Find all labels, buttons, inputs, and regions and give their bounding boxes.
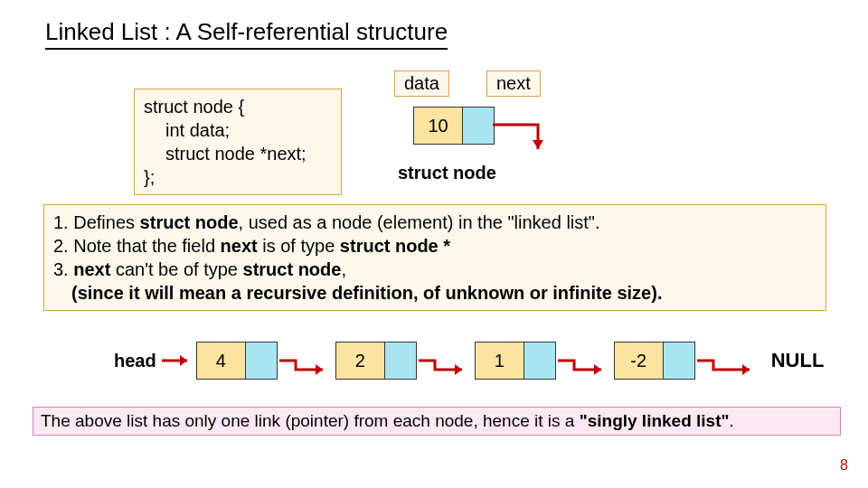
note-text-bold: struct node [243, 259, 342, 279]
note-line: (since it will mean a recursive definiti… [71, 281, 816, 305]
svg-marker-3 [316, 364, 323, 375]
svg-marker-2 [180, 355, 187, 366]
note-text: is of type [258, 236, 340, 256]
note-text-bold: struct node [140, 212, 239, 232]
node-data-cell: 10 [414, 108, 463, 144]
link-arrow-icon [160, 343, 196, 379]
svg-marker-6 [742, 364, 750, 375]
node-pointer-cell [524, 343, 555, 379]
code-line: struct node *next; [165, 142, 332, 165]
svg-marker-5 [594, 364, 601, 375]
field-label-data: data [394, 70, 449, 97]
note-text: , [341, 259, 346, 279]
link-arrow-icon [417, 343, 475, 379]
footnote-text: . [730, 411, 734, 430]
code-line: }; [144, 165, 332, 189]
note-text: can't be of type [110, 259, 242, 279]
null-label: NULL [771, 349, 825, 372]
node-data-cell: 4 [197, 343, 246, 379]
svg-marker-4 [455, 364, 462, 375]
note-line: 2. Note that the field next is of type s… [53, 234, 816, 258]
link-arrow-icon [556, 343, 614, 379]
head-label: head [114, 351, 156, 371]
single-node-diagram: 10 [413, 107, 495, 145]
footnote-box: The above list has only one link (pointe… [33, 407, 841, 436]
note-text-bold: (since it will mean a recursive definiti… [71, 283, 662, 303]
svg-marker-0 [533, 140, 543, 149]
note-text-bold: next [73, 259, 110, 279]
node-pointer-cell [664, 343, 694, 379]
code-line: struct node { [144, 95, 332, 118]
field-label-next: next [486, 70, 541, 97]
list-node: -2 [614, 342, 695, 380]
node-data-cell: -2 [615, 343, 664, 379]
note-text-bold: struct node * [340, 236, 450, 256]
node-pointer-cell [463, 108, 494, 144]
note-line: 1. Defines struct node, used as a node (… [53, 211, 816, 234]
footnote-text: The above list has only one link (pointe… [41, 411, 580, 430]
note-text: , used as a node (element) in the "linke… [239, 212, 600, 232]
list-node: 4 [196, 342, 278, 380]
list-node: 2 [335, 342, 417, 380]
code-definition-box: struct node { int data; struct node *nex… [134, 89, 342, 195]
link-arrow-icon [278, 343, 335, 379]
footnote-text-bold: "singly linked list" [580, 411, 730, 430]
note-text: 1. Defines [53, 212, 140, 232]
node-data-cell: 2 [336, 343, 385, 379]
note-text: 2. Note that the field [53, 236, 221, 256]
node-box: 10 [413, 107, 495, 145]
node-pointer-cell [385, 343, 416, 379]
page-title: Linked List : A Self-referential structu… [45, 18, 448, 50]
code-line: int data; [165, 118, 332, 142]
linked-list-diagram: head 4 2 1 -2 NULL [114, 342, 824, 380]
note-text: 3. [53, 259, 73, 279]
note-line: 3. next can't be of type struct node, [53, 258, 816, 281]
slide-number: 8 [840, 457, 848, 474]
node-data-cell: 1 [476, 343, 524, 379]
node-pointer-cell [246, 343, 277, 379]
pointer-arrow-icon [488, 117, 561, 163]
struct-caption: struct node [398, 163, 496, 183]
link-arrow-icon [695, 343, 762, 379]
list-node: 1 [475, 342, 556, 380]
note-text-bold: next [221, 236, 258, 256]
notes-box: 1. Defines struct node, used as a node (… [43, 204, 826, 311]
